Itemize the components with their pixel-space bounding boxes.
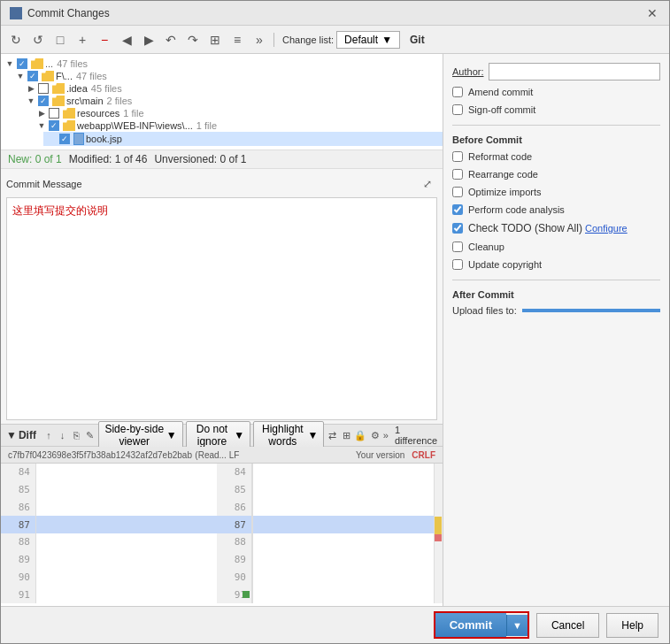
code-line-90-right: [253, 569, 434, 586]
diff-collapse-icon: ▼: [6, 429, 17, 441]
diff-copy-left-button[interactable]: ⎘: [71, 427, 81, 443]
code-line-91-left: [36, 586, 217, 603]
reformat-code-checkbox[interactable]: [452, 151, 463, 162]
divider2: [452, 280, 660, 280]
author-input[interactable]: [489, 63, 660, 80]
toolbar: ↻ ↺ □ + − ◀ ▶ ↶ ↷ ⊞ ≡ » Change list: Def…: [1, 26, 669, 54]
collapse-button[interactable]: ≡: [227, 30, 247, 50]
diff-header: ▼ Diff ↑ ↓ ⎘ ✎ Side-by-side viewer ▼ Do …: [1, 424, 443, 447]
reformat-code-row: Reformat code: [452, 150, 660, 163]
update-copyright-label[interactable]: Update copyright: [468, 259, 542, 270]
diff-edit-button[interactable]: ✎: [84, 427, 95, 443]
checkbox-resources[interactable]: [49, 108, 59, 119]
amend-commit-label[interactable]: Amend commit: [468, 87, 533, 97]
tree-item-srcmain[interactable]: ▼ ✓ src\main 2 files: [22, 95, 443, 107]
rearrange-code-checkbox[interactable]: [452, 169, 463, 180]
upload-row: Upload files to:: [452, 305, 660, 316]
commit-dropdown-button[interactable]: ▼: [506, 615, 528, 636]
remove-button[interactable]: −: [95, 30, 114, 50]
more-button[interactable]: »: [250, 30, 269, 50]
diff-columns-button[interactable]: ⊞: [341, 427, 351, 443]
changelist-label: Change list:: [282, 34, 334, 45]
checkbox-book[interactable]: ✓: [59, 134, 70, 144]
sign-off-commit-label[interactable]: Sign-off commit: [468, 104, 535, 115]
add-button[interactable]: +: [73, 30, 92, 50]
code-line-89-right: [253, 551, 434, 569]
checkbox-webapp[interactable]: ✓: [49, 120, 59, 131]
diff-lock-button[interactable]: 🔒: [354, 427, 366, 443]
line-num-89-right: 89: [217, 551, 251, 569]
checkbox-f[interactable]: ✓: [27, 71, 38, 81]
checkbox-srcmain[interactable]: ✓: [38, 96, 49, 106]
diff-scrollbar[interactable]: [434, 464, 443, 603]
perform-code-analysis-label[interactable]: Perform code analysis: [468, 204, 565, 215]
check-todo-checkbox[interactable]: [452, 223, 463, 234]
changelist-button[interactable]: Default ▼: [336, 31, 400, 49]
optimize-imports-label[interactable]: Optimize imports: [468, 187, 542, 197]
left-gutter: 84 85 86 87 88 89 90 91: [1, 464, 36, 603]
side-by-side-viewer-button[interactable]: Side-by-side viewer ▼: [98, 421, 183, 449]
cancel-button[interactable]: Cancel: [536, 613, 599, 638]
left-code-panel: [36, 464, 217, 603]
code-line-89-left: [36, 551, 217, 569]
diff-gear-button[interactable]: ⚙: [369, 427, 380, 443]
cleanup-label[interactable]: Cleanup: [468, 242, 504, 252]
refresh-button[interactable]: ↻: [6, 30, 26, 50]
tree-item-root[interactable]: ▼ ✓ ... 47 files: [1, 58, 443, 70]
right-panel: Author: Amend commit Sign-off commit Bef…: [443, 54, 669, 606]
ignore-dropdown-icon: ▼: [234, 429, 244, 441]
perform-code-analysis-checkbox[interactable]: [452, 204, 463, 215]
undo-button[interactable]: ↶: [161, 30, 181, 50]
tree-item-idea[interactable]: ▶ .idea 45 files: [22, 82, 443, 95]
expand-button[interactable]: ⊞: [205, 30, 225, 50]
diff-label[interactable]: ▼ Diff: [6, 429, 36, 441]
commit-message-expand-button[interactable]: ⤢: [418, 174, 437, 194]
diff-label-text: Diff: [19, 429, 36, 441]
line-num-85-left: 85: [1, 481, 35, 499]
rollback-button[interactable]: ↺: [28, 30, 48, 50]
code-line-91-right: [253, 586, 434, 603]
line-num-90-right: 90: [217, 569, 251, 586]
diff-button[interactable]: □: [50, 30, 70, 50]
tree-item-resources[interactable]: ▶ resources 1 file: [33, 107, 443, 119]
after-commit-label: After Commit: [452, 289, 660, 300]
tree-item-webapp[interactable]: ▼ ✓ webapp\WEB-INF\views\... 1 file: [33, 119, 443, 132]
line-num-86-right: 86: [217, 499, 251, 517]
right-gutter: 84 85 86 87 88 89 90 91: [217, 464, 252, 603]
help-button[interactable]: Help: [606, 613, 658, 638]
cleanup-row: Cleanup: [452, 241, 660, 253]
close-button[interactable]: ✕: [644, 5, 660, 21]
checkbox-idea[interactable]: [38, 83, 49, 94]
reformat-code-label[interactable]: Reformat code: [468, 151, 532, 162]
update-copyright-checkbox[interactable]: [452, 259, 463, 270]
line-num-87-left: 87: [1, 516, 35, 533]
sign-off-commit-checkbox[interactable]: [452, 104, 463, 115]
title-bar-left: Commit Changes: [10, 7, 110, 19]
ignore-button[interactable]: Do not ignore ▼: [186, 421, 250, 449]
diff-down-button[interactable]: ↓: [57, 427, 67, 443]
move-right-button[interactable]: ▶: [139, 30, 158, 50]
code-line-86-right: [253, 499, 434, 517]
code-line-88-right: [253, 533, 434, 551]
title-bar: Commit Changes ✕: [1, 1, 669, 26]
tree-item-bookjsp[interactable]: ▶ ✓ book.jsp: [43, 132, 443, 146]
expand-arrow: ▼: [4, 58, 15, 69]
diff-settings-button[interactable]: ⇄: [327, 427, 337, 443]
move-left-button[interactable]: ◀: [117, 30, 136, 50]
commit-message-textarea[interactable]: 这里填写提交的说明: [6, 197, 437, 420]
tree-item-f[interactable]: ▼ ✓ F\... 47 files: [12, 70, 443, 82]
redo-button[interactable]: ↷: [183, 30, 203, 50]
rearrange-code-label[interactable]: Rearrange code: [468, 169, 538, 180]
check-todo-row: Check TODO (Show All) Configure: [452, 221, 660, 235]
configure-link[interactable]: Configure: [585, 223, 628, 234]
optimize-imports-checkbox[interactable]: [452, 187, 463, 197]
amend-commit-checkbox[interactable]: [452, 87, 463, 97]
changelist-dropdown-icon: ▼: [381, 34, 392, 46]
diff-up-button[interactable]: ↑: [43, 427, 54, 443]
checkbox-root[interactable]: ✓: [17, 58, 27, 69]
diff-more: »: [383, 430, 389, 441]
cleanup-checkbox[interactable]: [452, 242, 463, 252]
highlight-button[interactable]: Highlight words ▼: [253, 421, 324, 449]
highlight-dropdown-icon: ▼: [308, 429, 319, 441]
commit-button[interactable]: Commit: [435, 613, 506, 637]
